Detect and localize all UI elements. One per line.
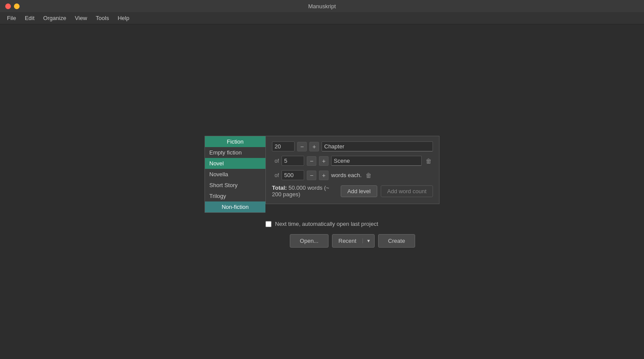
open-button[interactable]: Open... — [290, 234, 329, 248]
chapter-label-input[interactable] — [322, 141, 433, 151]
list-item-novella[interactable]: Novella — [205, 169, 265, 180]
menu-help[interactable]: Help — [114, 13, 133, 23]
chapter-count-input[interactable] — [272, 141, 295, 151]
scene-row: of − + 🗑 — [272, 156, 433, 166]
total-label: Total: — [272, 185, 287, 191]
scene-decrement-button[interactable]: − — [307, 156, 316, 166]
checkbox-row: Next time, automatically open last proje… — [265, 221, 439, 227]
total-text: Total: 50.000 words (~ 200 pages) — [272, 185, 337, 198]
add-level-button[interactable]: Add level — [341, 185, 377, 197]
menu-tools[interactable]: Tools — [92, 13, 112, 23]
add-word-count-button[interactable]: Add word count — [381, 185, 433, 197]
recent-button-label: Recent — [332, 238, 362, 244]
menubar: File Edit Organize View Tools Help — [0, 12, 644, 24]
words-each-label: words each. — [331, 172, 362, 178]
list-item-novel[interactable]: Novel — [205, 158, 265, 169]
scene-increment-button[interactable]: + — [319, 156, 329, 166]
words-of-label: of — [272, 172, 279, 178]
menu-organize[interactable]: Organize — [40, 13, 70, 23]
recent-button[interactable]: Recent ▼ — [332, 234, 375, 248]
dialog: Fiction Empty fiction Novel Novella Shor… — [205, 136, 439, 248]
words-count-input[interactable] — [282, 170, 304, 180]
list-item-trilogy[interactable]: Trilogy — [205, 191, 265, 201]
menu-file[interactable]: File — [3, 13, 20, 23]
chapter-row: − + — [272, 141, 433, 151]
words-increment-button[interactable]: + — [319, 171, 329, 180]
main-content: Fiction Empty fiction Novel Novella Shor… — [0, 24, 644, 359]
window-controls — [5, 3, 20, 9]
close-button[interactable] — [5, 3, 11, 9]
words-decrement-button[interactable]: − — [307, 171, 316, 180]
scene-count-input[interactable] — [282, 156, 304, 166]
menu-view[interactable]: View — [71, 13, 91, 23]
scene-delete-button[interactable]: 🗑 — [424, 158, 433, 164]
form-panel: − + of − + 🗑 of − + — [265, 136, 439, 204]
scene-label-input[interactable] — [331, 156, 422, 166]
fiction-header: Fiction — [205, 136, 265, 147]
window-title: Manuskript — [308, 3, 336, 10]
form-bottom: Total: 50.000 words (~ 200 pages) Add le… — [272, 185, 433, 198]
chapter-increment-button[interactable]: + — [309, 142, 319, 151]
list-item-short-story[interactable]: Short Story — [205, 180, 265, 191]
nonfiction-header: Non-fiction — [205, 201, 265, 212]
list-panel: Fiction Empty fiction Novel Novella Shor… — [205, 136, 265, 213]
scene-of-label: of — [272, 158, 279, 164]
minimize-button[interactable] — [14, 3, 20, 9]
titlebar: Manuskript — [0, 0, 644, 12]
dialog-body: Fiction Empty fiction Novel Novella Shor… — [205, 136, 439, 213]
chapter-decrement-button[interactable]: − — [297, 142, 307, 151]
create-button[interactable]: Create — [378, 234, 415, 248]
auto-open-label: Next time, automatically open last proje… — [275, 221, 378, 227]
action-buttons: Open... Recent ▼ Create — [265, 234, 439, 248]
list-item-empty-fiction[interactable]: Empty fiction — [205, 147, 265, 158]
menu-edit[interactable]: Edit — [21, 13, 38, 23]
dialog-lower: Next time, automatically open last proje… — [205, 213, 439, 248]
auto-open-checkbox[interactable] — [265, 221, 272, 227]
recent-arrow-icon: ▼ — [362, 238, 374, 243]
words-delete-button[interactable]: 🗑 — [364, 172, 373, 179]
words-row: of − + words each. 🗑 — [272, 170, 433, 180]
